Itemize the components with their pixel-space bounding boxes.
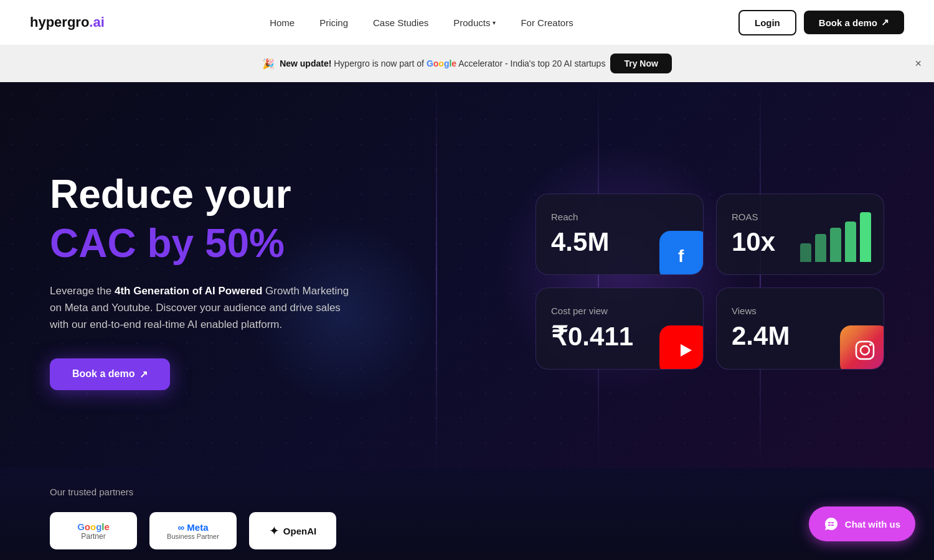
svg-text:f: f (678, 246, 684, 266)
bar-3 (830, 228, 841, 262)
nav-case-studies[interactable]: Case Studies (373, 17, 428, 28)
bar-5 (860, 212, 871, 262)
cost-per-view-card: Cost per view ₹0.411 (535, 287, 704, 370)
login-button[interactable]: Login (738, 10, 796, 35)
vertical-line-1 (436, 82, 437, 468)
google-partner-logo: Google Partner (50, 512, 137, 549)
openai-text: OpenAI (283, 526, 316, 536)
book-demo-hero-button[interactable]: Book a demo ↗ (50, 358, 170, 390)
logo[interactable]: hypergro.ai (30, 14, 105, 30)
svg-marker-1 (681, 344, 692, 357)
openai-logo: ✦ OpenAI (249, 512, 336, 549)
google-logo-inline: Google (427, 58, 458, 68)
chat-label: Chat with us (845, 519, 900, 530)
meta-partner-logo: ∞ Meta Business Partner (149, 512, 237, 549)
chat-bubble-icon (824, 516, 839, 531)
book-demo-nav-button[interactable]: Book a demo ↗ (804, 11, 904, 34)
book-demo-arrow-icon: ↗ (139, 368, 148, 380)
hero-title-line2: CAC by 50% (50, 222, 411, 265)
nav-home[interactable]: Home (270, 17, 295, 28)
close-announcement-button[interactable]: × (915, 57, 922, 70)
meta-partner-text: Business Partner (167, 533, 219, 540)
nav-products[interactable]: Products ▾ (453, 17, 496, 28)
instagram-icon (840, 325, 884, 370)
nav-actions: Login Book a demo ↗ (738, 10, 904, 35)
roas-bar-chart (800, 212, 871, 262)
logo-text: hypergro.ai (30, 14, 105, 30)
products-chevron-icon: ▾ (493, 19, 496, 26)
navbar: hypergro.ai Home Pricing Case Studies Pr… (0, 0, 934, 45)
nav-pricing[interactable]: Pricing (319, 17, 348, 28)
reach-label: Reach (551, 212, 688, 222)
openai-icon: ✦ (269, 523, 280, 538)
nav-for-creators[interactable]: For Creators (521, 17, 573, 28)
partners-section: Our trusted partners Google Partner ∞ Me… (0, 468, 934, 560)
views-card: Views 2.4M (716, 287, 884, 370)
hero-section: Reduce your CAC by 50% Leverage the 4th … (0, 82, 934, 468)
try-now-button[interactable]: Try Now (610, 54, 671, 73)
bar-1 (800, 243, 811, 262)
hero-title-line1: Reduce your (50, 172, 411, 216)
announcement-bar: 🎉 New update! Hypergro is now part of Go… (0, 45, 934, 82)
svg-point-4 (869, 343, 872, 346)
svg-point-3 (861, 346, 869, 355)
partners-logos: Google Partner ∞ Meta Business Partner ✦… (50, 512, 884, 549)
hero-content: Reduce your CAC by 50% Leverage the 4th … (50, 172, 411, 390)
stats-grid: Reach 4.5M f ROAS 10x Cost per view ₹ (535, 194, 884, 370)
partners-label: Our trusted partners (50, 487, 884, 497)
cost-per-view-label: Cost per view (551, 306, 688, 316)
facebook-icon: f (659, 231, 704, 275)
bar-4 (845, 222, 856, 262)
roas-card: ROAS 10x (716, 194, 884, 275)
bar-2 (815, 234, 826, 262)
announcement-emoji: 🎉 (262, 58, 275, 70)
hero-description: Leverage the 4th Generation of AI Powere… (50, 282, 361, 334)
arrow-icon: ↗ (881, 17, 889, 28)
nav-links: Home Pricing Case Studies Products ▾ For… (270, 17, 573, 28)
chat-widget[interactable]: Chat with us (809, 506, 915, 541)
youtube-icon (659, 325, 704, 370)
views-label: Views (732, 306, 869, 316)
google-partner-text: Partner (77, 532, 110, 541)
announcement-text: New update! Hypergro is now part of Goog… (280, 58, 605, 68)
reach-card: Reach 4.5M f (535, 194, 704, 275)
